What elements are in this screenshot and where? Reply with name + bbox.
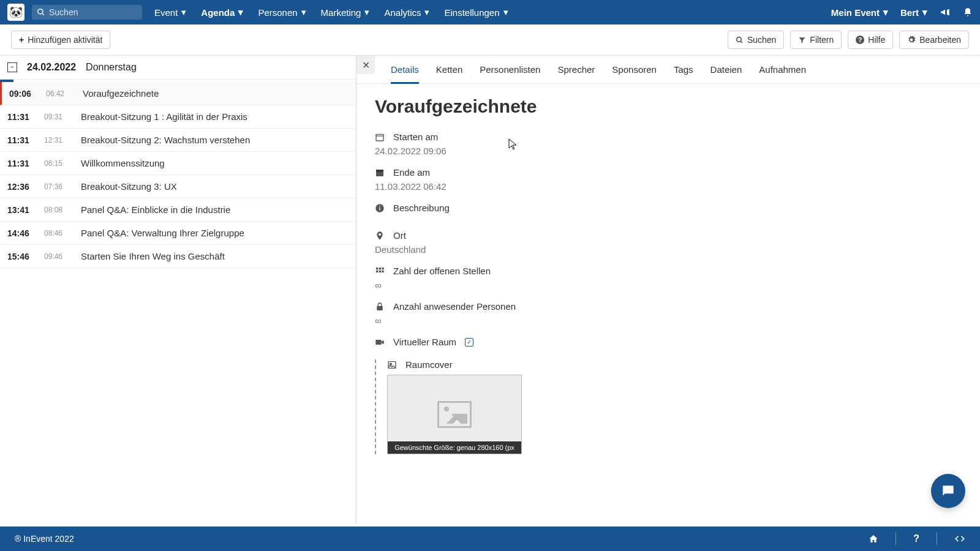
agenda-row[interactable]: 13:4108:08Panel Q&A: Einblicke in die In… bbox=[0, 198, 356, 222]
tab-files[interactable]: Dateien bbox=[710, 64, 742, 83]
svg-rect-4 bbox=[376, 134, 383, 141]
chevron-down-icon: ▾ bbox=[922, 7, 927, 18]
lock-icon bbox=[375, 302, 385, 312]
bell-icon[interactable] bbox=[963, 7, 973, 17]
row-start-time: 11:31 bbox=[7, 112, 34, 122]
svg-line-3 bbox=[741, 41, 742, 43]
tab-chains[interactable]: Ketten bbox=[436, 64, 462, 83]
day-header[interactable]: − 24.02.2022 Donnerstag bbox=[0, 56, 356, 80]
row-start-time: 11:31 bbox=[7, 159, 34, 168]
nav-myevent[interactable]: Mein Event▾ bbox=[831, 7, 888, 18]
grid-icon bbox=[375, 266, 385, 276]
row-duration: 08:46 bbox=[44, 229, 74, 238]
svg-rect-17 bbox=[377, 305, 382, 310]
svg-point-0 bbox=[38, 9, 43, 14]
svg-point-10 bbox=[379, 205, 380, 206]
agenda-row[interactable]: 11:3109:31Breakout-Sitzung 1 : Agilität … bbox=[0, 105, 356, 129]
svg-point-2 bbox=[737, 37, 742, 42]
tab-lists[interactable]: Personenlisten bbox=[480, 64, 540, 83]
megaphone-icon[interactable] bbox=[940, 7, 951, 18]
close-panel-button[interactable]: ✕ bbox=[356, 56, 375, 74]
nav-user[interactable]: Bert▾ bbox=[900, 7, 927, 18]
agenda-row[interactable]: 11:3112:31Breakout-Sitzung 2: Wachstum v… bbox=[0, 129, 356, 152]
row-start-time: 09:06 bbox=[9, 89, 36, 99]
field-cover: Raumcover bbox=[387, 359, 962, 370]
agenda-row[interactable]: 14:4608:46Panel Q&A: Verwaltung Ihrer Zi… bbox=[0, 222, 356, 245]
field-vacancies: Zahl der offenen Stellen bbox=[375, 266, 962, 276]
agenda-row[interactable]: 11:3106:15Willkommenssitzung bbox=[0, 152, 356, 175]
search-button[interactable]: Suchen bbox=[728, 31, 784, 49]
location-icon bbox=[375, 231, 385, 241]
chevron-down-icon: ▾ bbox=[301, 7, 306, 18]
svg-point-20 bbox=[390, 363, 392, 365]
row-duration: 06:42 bbox=[46, 89, 75, 98]
svg-rect-9 bbox=[379, 207, 380, 210]
row-start-time: 15:46 bbox=[7, 252, 34, 261]
day-date: 24.02.2022 bbox=[27, 62, 76, 73]
image-placeholder-icon bbox=[437, 401, 472, 428]
nav-marketing[interactable]: Marketing▾ bbox=[321, 7, 370, 18]
nav-event[interactable]: Event▾ bbox=[154, 7, 186, 18]
top-navbar: 🐼 Event▾ Agenda▾ Personen▾ Marketing▾ An… bbox=[0, 0, 980, 24]
add-activity-button[interactable]: + Hinzufügen aktivität bbox=[11, 31, 110, 49]
agenda-row[interactable]: 15:4609:46Starten Sie Ihren Weg ins Gesc… bbox=[0, 245, 356, 268]
cover-size-hint: Gewünschte Größe: genau 280x160 (px bbox=[388, 441, 521, 454]
calendar-icon bbox=[375, 132, 385, 142]
video-icon bbox=[375, 337, 385, 347]
row-start-time: 11:31 bbox=[7, 135, 34, 145]
nav-analytics[interactable]: Analytics▾ bbox=[384, 7, 429, 18]
svg-rect-15 bbox=[379, 270, 381, 272]
tab-speakers[interactable]: Sprecher bbox=[557, 64, 595, 83]
row-start-time: 13:41 bbox=[7, 205, 34, 215]
image-icon bbox=[387, 360, 397, 370]
row-title: Starten Sie Ihren Weg ins Geschäft bbox=[81, 251, 225, 261]
nav-settings[interactable]: Einstellungen▾ bbox=[444, 7, 508, 18]
nav-agenda[interactable]: Agenda▾ bbox=[201, 7, 243, 18]
row-title: Panel Q&A: Verwaltung Ihrer Zielgruppe bbox=[81, 228, 244, 238]
row-duration: 12:31 bbox=[44, 136, 74, 144]
global-search[interactable] bbox=[32, 5, 142, 20]
field-end: Ende am bbox=[375, 167, 962, 178]
tab-recordings[interactable]: Aufnahmen bbox=[759, 64, 806, 83]
collapse-icon[interactable]: − bbox=[7, 62, 17, 72]
info-icon bbox=[375, 203, 385, 213]
chevron-down-icon: ▾ bbox=[181, 7, 186, 18]
gear-icon bbox=[907, 36, 916, 44]
field-attendees: Anzahl anwesender Personen bbox=[375, 301, 962, 312]
row-title: Breakout-Sitzung 2: Wachstum verstehen bbox=[81, 135, 250, 145]
agenda-row[interactable]: 09:0606:42Voraufgezeichnete bbox=[0, 82, 356, 105]
chevron-down-icon: ▾ bbox=[424, 7, 429, 18]
main-content: − 24.02.2022 Donnerstag 09:0606:42Vorauf… bbox=[0, 56, 980, 524]
tab-details[interactable]: Details bbox=[391, 64, 419, 84]
row-title: Breakout-Sitzung 3: UX bbox=[81, 181, 177, 192]
row-title: Voraufgezeichnete bbox=[83, 88, 159, 99]
row-duration: 08:08 bbox=[44, 206, 74, 214]
edit-button[interactable]: Bearbeiten bbox=[899, 31, 969, 49]
virtual-checkbox[interactable]: ✓ bbox=[465, 338, 473, 347]
row-title: Panel Q&A: Einblicke in die Industrie bbox=[81, 204, 230, 215]
detail-panel: ✕ Details Ketten Personenlisten Sprecher… bbox=[356, 56, 980, 524]
filter-icon bbox=[798, 36, 806, 44]
day-weekday: Donnerstag bbox=[86, 62, 137, 73]
row-start-time: 14:46 bbox=[7, 228, 34, 238]
chevron-down-icon: ▾ bbox=[883, 7, 888, 18]
main-nav: Event▾ Agenda▾ Personen▾ Marketing▾ Anal… bbox=[154, 7, 508, 18]
agenda-row[interactable]: 12:3607:36Breakout-Sitzung 3: UX bbox=[0, 175, 356, 198]
place-value: Deutschland bbox=[375, 244, 962, 255]
chevron-down-icon: ▾ bbox=[364, 7, 369, 18]
attendees-value: ∞ bbox=[375, 315, 962, 326]
activity-title: Voraufgezeichnete bbox=[375, 96, 962, 117]
tab-sponsors[interactable]: Sponsoren bbox=[612, 64, 657, 83]
row-duration: 07:36 bbox=[44, 182, 74, 191]
detail-tabs: Details Ketten Personenlisten Sprecher S… bbox=[356, 56, 980, 84]
cover-upload[interactable]: Gewünschte Größe: genau 280x160 (px bbox=[387, 375, 522, 454]
search-input[interactable] bbox=[49, 7, 137, 17]
filter-button[interactable]: Filtern bbox=[790, 31, 842, 49]
chat-fab[interactable] bbox=[931, 474, 965, 508]
app-logo[interactable]: 🐼 bbox=[7, 4, 24, 21]
help-button[interactable]: ? Hilfe bbox=[848, 31, 893, 49]
field-virtual: Virtueller Raum ✓ bbox=[375, 337, 962, 347]
row-title: Willkommenssitzung bbox=[81, 158, 165, 168]
nav-people[interactable]: Personen▾ bbox=[258, 7, 306, 18]
tab-tags[interactable]: Tags bbox=[674, 64, 693, 83]
